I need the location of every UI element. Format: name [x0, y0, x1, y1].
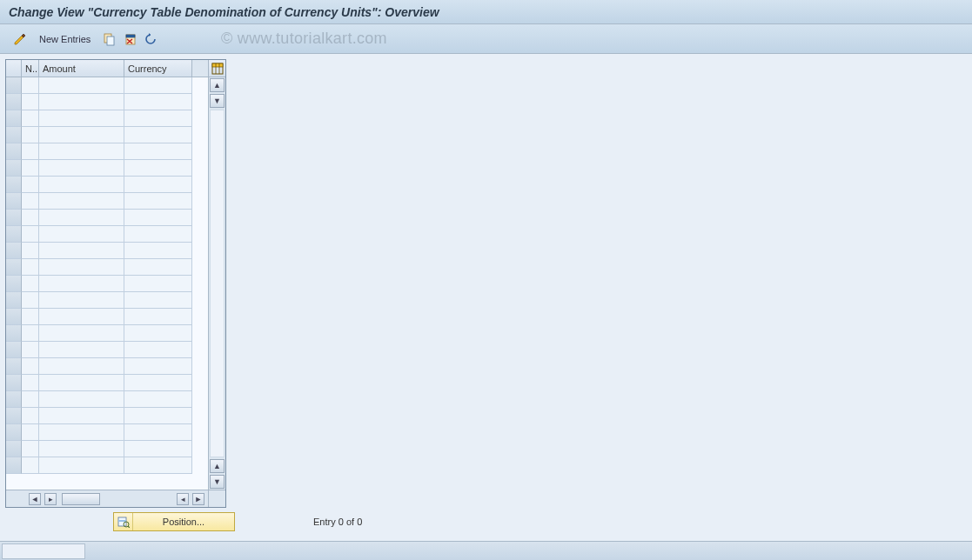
cell-currency[interactable] — [124, 243, 192, 259]
cell-currency[interactable] — [124, 292, 192, 309]
cell-n[interactable] — [22, 408, 39, 424]
cell-currency[interactable] — [124, 391, 192, 408]
cell-n[interactable] — [22, 424, 39, 441]
cell-currency[interactable] — [124, 309, 192, 325]
cell-amount[interactable] — [39, 276, 124, 292]
row-selector[interactable] — [6, 309, 22, 325]
cell-amount[interactable] — [39, 127, 124, 143]
row-selector[interactable] — [6, 276, 22, 292]
cell-currency[interactable] — [124, 226, 192, 243]
row-selector[interactable] — [6, 226, 22, 243]
hscroll-thumb[interactable] — [62, 493, 100, 505]
cell-currency[interactable] — [124, 259, 192, 276]
cell-currency[interactable] — [124, 160, 192, 177]
cell-amount[interactable] — [39, 441, 124, 457]
cell-n[interactable] — [22, 325, 39, 342]
undo-change-button[interactable] — [142, 30, 161, 49]
cell-currency[interactable] — [124, 110, 192, 127]
vscroll-up-button[interactable]: ▲ — [210, 78, 225, 92]
cell-n[interactable] — [22, 441, 39, 457]
row-selector[interactable] — [6, 177, 22, 193]
cell-n[interactable] — [22, 457, 39, 474]
hscroll-next-button[interactable]: ◂ — [177, 493, 189, 505]
row-selector[interactable] — [6, 325, 22, 342]
cell-amount[interactable] — [39, 375, 124, 391]
copy-as-button[interactable] — [100, 30, 119, 49]
row-selector[interactable] — [6, 193, 22, 210]
cell-n[interactable] — [22, 210, 39, 226]
cell-n[interactable] — [22, 342, 39, 358]
cell-n[interactable] — [22, 127, 39, 143]
row-selector[interactable] — [6, 77, 22, 94]
table-settings-button[interactable] — [209, 60, 225, 77]
cell-amount[interactable] — [39, 160, 124, 177]
cell-amount[interactable] — [39, 77, 124, 94]
cell-currency[interactable] — [124, 457, 192, 474]
cell-currency[interactable] — [124, 177, 192, 193]
cell-amount[interactable] — [39, 210, 124, 226]
cell-amount[interactable] — [39, 325, 124, 342]
row-selector[interactable] — [6, 375, 22, 391]
cell-currency[interactable] — [124, 143, 192, 160]
column-header-amount[interactable]: Amount — [39, 60, 124, 77]
cell-n[interactable] — [22, 391, 39, 408]
cell-n[interactable] — [22, 77, 39, 94]
cell-currency[interactable] — [124, 193, 192, 210]
cell-amount[interactable] — [39, 292, 124, 309]
cell-amount[interactable] — [39, 424, 124, 441]
new-entries-button[interactable]: New Entries — [31, 30, 98, 49]
cell-n[interactable] — [22, 160, 39, 177]
vscroll-up2-button[interactable]: ▲ — [210, 459, 225, 473]
row-selector[interactable] — [6, 292, 22, 309]
cell-amount[interactable] — [39, 391, 124, 408]
cell-currency[interactable] — [124, 358, 192, 375]
cell-amount[interactable] — [39, 309, 124, 325]
row-selector[interactable] — [6, 358, 22, 375]
hscroll-track[interactable] — [60, 493, 173, 505]
cell-n[interactable] — [22, 143, 39, 160]
cell-amount[interactable] — [39, 226, 124, 243]
row-selector[interactable] — [6, 259, 22, 276]
cell-n[interactable] — [22, 259, 39, 276]
cell-currency[interactable] — [124, 77, 192, 94]
cell-currency[interactable] — [124, 408, 192, 424]
cell-currency[interactable] — [124, 424, 192, 441]
cell-n[interactable] — [22, 292, 39, 309]
toggle-display-change-button[interactable] — [10, 30, 30, 49]
cell-amount[interactable] — [39, 342, 124, 358]
cell-n[interactable] — [22, 177, 39, 193]
column-header-selector[interactable] — [6, 60, 22, 77]
cell-amount[interactable] — [39, 193, 124, 210]
row-selector[interactable] — [6, 441, 22, 457]
cell-amount[interactable] — [39, 94, 124, 110]
row-selector[interactable] — [6, 391, 22, 408]
cell-n[interactable] — [22, 226, 39, 243]
cell-currency[interactable] — [124, 441, 192, 457]
cell-n[interactable] — [22, 375, 39, 391]
cell-currency[interactable] — [124, 342, 192, 358]
row-selector[interactable] — [6, 210, 22, 226]
cell-amount[interactable] — [39, 358, 124, 375]
hscroll-prev-button[interactable]: ▸ — [44, 493, 57, 505]
hscroll-last-button[interactable]: ► — [192, 493, 204, 505]
cell-currency[interactable] — [124, 210, 192, 226]
cell-currency[interactable] — [124, 276, 192, 292]
row-selector[interactable] — [6, 110, 22, 127]
row-selector[interactable] — [6, 127, 22, 143]
cell-amount[interactable] — [39, 243, 124, 259]
row-selector[interactable] — [6, 243, 22, 259]
cell-amount[interactable] — [39, 408, 124, 424]
cell-n[interactable] — [22, 94, 39, 110]
column-header-currency[interactable]: Currency — [124, 60, 192, 77]
cell-n[interactable] — [22, 243, 39, 259]
vscroll-track[interactable] — [210, 110, 225, 457]
row-selector[interactable] — [6, 94, 22, 110]
vscroll-down2-button[interactable]: ▼ — [210, 475, 225, 489]
cell-n[interactable] — [22, 309, 39, 325]
cell-n[interactable] — [22, 193, 39, 210]
cell-n[interactable] — [22, 276, 39, 292]
cell-amount[interactable] — [39, 143, 124, 160]
row-selector[interactable] — [6, 408, 22, 424]
row-selector[interactable] — [6, 457, 22, 474]
position-button[interactable]: Position... — [113, 512, 235, 531]
